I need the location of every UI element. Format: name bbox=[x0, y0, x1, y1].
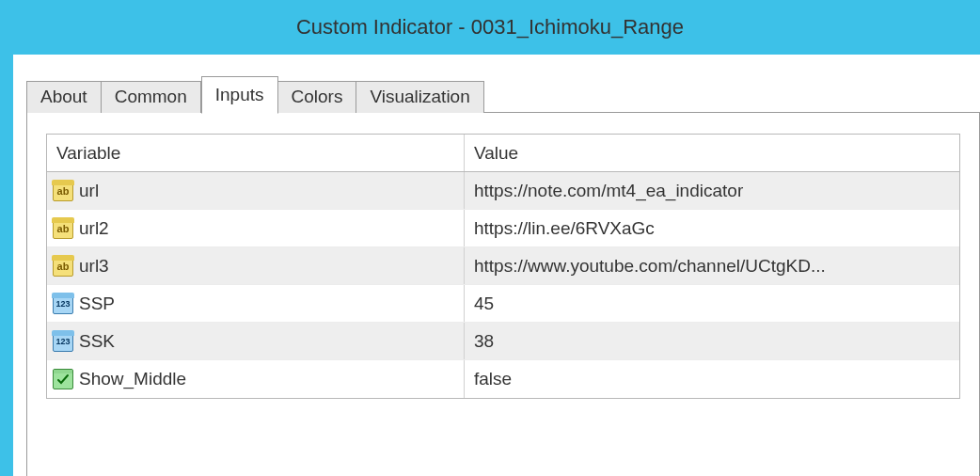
variable-name: SSK bbox=[79, 331, 115, 352]
column-header-value[interactable]: Value bbox=[465, 143, 959, 164]
integer-type-icon bbox=[53, 294, 73, 314]
tab-colors[interactable]: Colors bbox=[278, 81, 357, 113]
variable-name: SSP bbox=[79, 294, 115, 314]
tab-strip: About Common Inputs Colors Visualization bbox=[26, 75, 980, 112]
table-row[interactable]: SSP 45 bbox=[47, 285, 959, 323]
window-titlebar: Custom Indicator - 0031_Ichimoku_Range bbox=[0, 0, 980, 55]
table-row[interactable]: SSK 38 bbox=[47, 323, 959, 360]
client-area: About Common Inputs Colors Visualization… bbox=[0, 55, 980, 476]
value-cell[interactable]: false bbox=[465, 369, 959, 389]
table-row[interactable]: url2 https://lin.ee/6RVXaGc bbox=[47, 210, 959, 247]
integer-type-icon bbox=[53, 331, 73, 352]
column-header-variable[interactable]: Variable bbox=[47, 135, 465, 171]
variable-name: Show_Middle bbox=[79, 369, 186, 389]
grid-header-row: Variable Value bbox=[47, 135, 959, 172]
tab-about[interactable]: About bbox=[26, 81, 102, 113]
boolean-type-icon bbox=[53, 369, 73, 389]
variable-cell: Show_Middle bbox=[47, 360, 465, 398]
variable-cell: url bbox=[47, 172, 465, 209]
variable-cell: SSK bbox=[47, 323, 465, 359]
table-row[interactable]: url https://note.com/mt4_ea_indicator bbox=[47, 172, 959, 210]
variable-name: url3 bbox=[79, 256, 109, 277]
string-type-icon bbox=[53, 218, 73, 239]
variable-name: url2 bbox=[79, 218, 109, 239]
variable-cell: SSP bbox=[47, 285, 465, 322]
variable-cell: url3 bbox=[47, 247, 465, 284]
grid-body: url https://note.com/mt4_ea_indicator ur… bbox=[47, 172, 959, 398]
tab-visualization[interactable]: Visualization bbox=[356, 81, 483, 113]
value-cell[interactable]: 38 bbox=[465, 331, 959, 352]
inputs-grid[interactable]: Variable Value url https://note.com/mt4_… bbox=[46, 134, 960, 399]
tab-common[interactable]: Common bbox=[102, 81, 201, 113]
string-type-icon bbox=[53, 256, 73, 277]
table-row[interactable]: Show_Middle false bbox=[47, 360, 959, 398]
value-cell[interactable]: 45 bbox=[465, 294, 959, 314]
tab-inputs[interactable]: Inputs bbox=[201, 76, 278, 114]
value-cell[interactable]: https://note.com/mt4_ea_indicator bbox=[465, 181, 959, 201]
value-cell[interactable]: https://www.youtube.com/channel/UCtgKD..… bbox=[465, 256, 959, 277]
variable-name: url bbox=[79, 181, 99, 201]
string-type-icon bbox=[53, 181, 73, 201]
variable-cell: url2 bbox=[47, 210, 465, 246]
value-cell[interactable]: https://lin.ee/6RVXaGc bbox=[465, 218, 959, 239]
window-title: Custom Indicator - 0031_Ichimoku_Range bbox=[296, 15, 684, 40]
inputs-panel: Variable Value url https://note.com/mt4_… bbox=[26, 112, 980, 476]
table-row[interactable]: url3 https://www.youtube.com/channel/UCt… bbox=[47, 247, 959, 285]
